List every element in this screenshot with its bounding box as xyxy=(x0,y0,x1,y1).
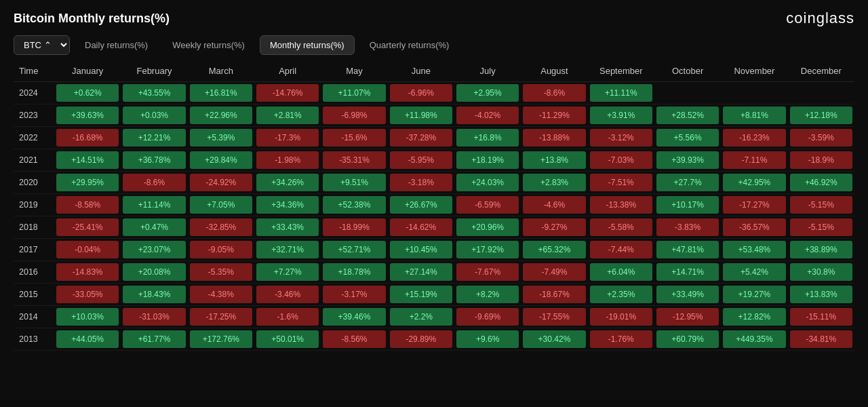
col-feb: February xyxy=(121,60,187,82)
cell-value: -16.23% xyxy=(723,129,785,147)
cell-value: +34.36% xyxy=(256,196,319,214)
value-cell: -34.81% xyxy=(788,328,854,351)
col-mar: March xyxy=(188,60,254,82)
brand-logo: coinglass xyxy=(786,9,854,27)
value-cell: +10.45% xyxy=(388,239,454,261)
cell-value: -19.01% xyxy=(590,308,652,326)
year-cell: 2017 xyxy=(14,239,54,261)
value-cell: +7.05% xyxy=(188,194,254,216)
cell-value: +7.05% xyxy=(190,196,252,214)
value-cell: -5.15% xyxy=(788,194,854,216)
header: Bitcoin Monthly returns(%) coinglass xyxy=(0,0,868,33)
year-cell: 2022 xyxy=(14,127,54,149)
cell-value xyxy=(656,89,719,97)
value-cell: -11.29% xyxy=(521,104,587,127)
value-cell: +26.67% xyxy=(388,194,454,216)
table-row: 2015-33.05%+18.43%-4.38%-3.46%-3.17%+15.… xyxy=(14,284,854,306)
cell-value: -9.05% xyxy=(190,241,252,258)
value-cell: +50.01% xyxy=(254,328,321,351)
cell-value: +16.81% xyxy=(190,84,252,102)
value-cell: -32.85% xyxy=(188,216,254,239)
cell-value: -25.41% xyxy=(56,218,119,236)
value-cell: +5.39% xyxy=(188,127,254,149)
value-cell: +24.03% xyxy=(454,172,521,194)
value-cell: +2.2% xyxy=(388,306,454,328)
value-cell: +30.42% xyxy=(521,328,587,351)
value-cell: -17.27% xyxy=(721,194,787,216)
cell-value: +20.08% xyxy=(123,263,185,281)
cell-value: +13.83% xyxy=(790,286,852,303)
value-cell: +34.36% xyxy=(254,194,321,216)
cell-value: +0.62% xyxy=(56,84,119,102)
value-cell: +11.07% xyxy=(321,82,387,104)
value-cell: +44.05% xyxy=(54,328,121,351)
value-cell: -17.3% xyxy=(254,127,321,149)
cell-value: +18.78% xyxy=(323,263,385,281)
value-cell: -15.6% xyxy=(321,127,387,149)
value-cell: -3.18% xyxy=(388,172,454,194)
value-cell: +2.83% xyxy=(521,172,587,194)
col-time: Time xyxy=(14,60,54,82)
value-cell: -4.02% xyxy=(454,104,521,127)
tab-weekly[interactable]: Weekly returns(%) xyxy=(163,36,254,54)
cell-value: -37.28% xyxy=(390,129,452,147)
cell-value: -7.44% xyxy=(590,241,652,258)
year-cell: 2024 xyxy=(14,82,54,104)
cell-value: -5.35% xyxy=(190,263,252,281)
col-jul: July xyxy=(454,60,521,82)
cell-value: +12.82% xyxy=(723,308,785,326)
cell-value: +53.48% xyxy=(723,241,785,258)
value-cell: -29.89% xyxy=(388,328,454,351)
value-cell: +0.47% xyxy=(121,216,187,239)
cell-value: +28.52% xyxy=(656,106,719,124)
tab-quarterly[interactable]: Quarterly returns(%) xyxy=(360,36,459,54)
value-cell: -6.96% xyxy=(388,82,454,104)
value-cell: +16.8% xyxy=(454,127,521,149)
cell-value: +30.8% xyxy=(790,263,852,281)
cell-value: +23.07% xyxy=(123,241,185,258)
cell-value: +14.71% xyxy=(656,263,719,281)
value-cell: +53.48% xyxy=(721,239,787,261)
value-cell: +38.89% xyxy=(788,239,854,261)
value-cell xyxy=(721,82,787,104)
value-cell: +12.18% xyxy=(788,104,854,127)
value-cell: +9.51% xyxy=(321,172,387,194)
col-jun: June xyxy=(388,60,454,82)
value-cell: +32.71% xyxy=(254,239,321,261)
value-cell: +2.95% xyxy=(454,82,521,104)
cell-value: +11.11% xyxy=(590,84,652,102)
tab-daily[interactable]: Daily returns(%) xyxy=(75,36,157,54)
year-cell: 2013 xyxy=(14,328,54,351)
value-cell: +39.46% xyxy=(321,306,387,328)
value-cell: +18.19% xyxy=(454,149,521,172)
tab-monthly[interactable]: Monthly returns(%) xyxy=(260,35,355,55)
value-cell: -24.92% xyxy=(188,172,254,194)
cell-value: +10.17% xyxy=(656,196,719,214)
cell-value: -8.58% xyxy=(56,196,119,214)
value-cell: +18.78% xyxy=(321,261,387,284)
value-cell: -18.99% xyxy=(321,216,387,239)
value-cell: +20.96% xyxy=(454,216,521,239)
value-cell: -6.98% xyxy=(321,104,387,127)
cell-value: -3.59% xyxy=(790,129,852,147)
cell-value: +18.43% xyxy=(123,286,185,303)
cell-value: -5.58% xyxy=(590,218,652,236)
cell-value: +9.51% xyxy=(323,174,385,191)
cell-value: -9.69% xyxy=(456,308,519,326)
cell-value: +0.03% xyxy=(123,106,185,124)
cell-value: -31.03% xyxy=(123,308,185,326)
value-cell: +2.35% xyxy=(588,284,654,306)
value-cell: -1.6% xyxy=(254,306,321,328)
cell-value: -16.68% xyxy=(56,129,119,147)
value-cell: -18.9% xyxy=(788,149,854,172)
value-cell: -9.27% xyxy=(521,216,587,239)
value-cell: -8.58% xyxy=(54,194,121,216)
cell-value: -29.89% xyxy=(390,330,452,348)
cell-value: -3.18% xyxy=(390,174,452,191)
cell-value: +0.47% xyxy=(123,218,185,236)
value-cell: -13.88% xyxy=(521,127,587,149)
value-cell: -3.12% xyxy=(588,127,654,149)
value-cell: -25.41% xyxy=(54,216,121,239)
coin-selector[interactable]: BTC ⌃ xyxy=(14,35,70,55)
cell-value: -14.76% xyxy=(256,84,319,102)
